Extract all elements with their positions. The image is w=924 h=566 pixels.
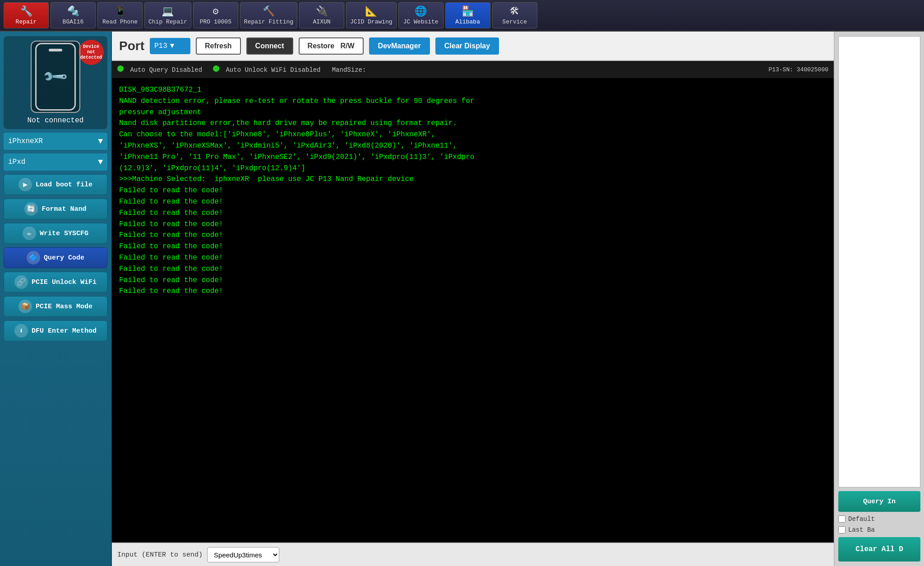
last-ba-checkbox-row: Last Ba — [838, 526, 920, 534]
terminal-line: pressure adjustment — [119, 107, 827, 118]
format-nand-button[interactable]: 🔄 Format Nand — [4, 199, 107, 219]
query-code-button[interactable]: 🔷 Query Code — [4, 247, 107, 268]
repair-button[interactable]: 🔧 Repair — [4, 2, 49, 28]
auto-query-status: Auto Query Disabled — [117, 65, 202, 74]
service-label: Service — [502, 19, 527, 25]
terminal-line: 'iPhxne11 Pro', '11 Pro Max', 'iPhxneSE2… — [119, 152, 827, 163]
pcie-mass-icon: 📦 — [18, 300, 32, 313]
write-syscfg-icon: ✏ — [23, 227, 36, 240]
query-code-label: Query Code — [44, 254, 84, 262]
read-phone-label: Read Phone — [102, 19, 138, 25]
model-select-arrow-1: ▼ — [98, 137, 103, 146]
write-syscfg-button[interactable]: ✏ Write SYSCFG — [4, 223, 107, 244]
port-value: P13 — [154, 42, 167, 50]
pcie-mass-button[interactable]: 📦 PCIE Mass Mode — [4, 296, 107, 317]
alibaba-button[interactable]: 🏪 Alibaba — [445, 2, 490, 28]
auto-unlock-status: Auto Unlock WiFi Disabled MandSize: — [213, 65, 366, 74]
model-select-2-value: iPxd — [8, 158, 25, 166]
phone-icon-area: 🔧 — [31, 41, 80, 113]
refresh-button[interactable]: Refresh — [196, 37, 241, 55]
terminal-line: Failed to read the code! — [119, 264, 827, 275]
query-in-button[interactable]: Query In — [838, 491, 920, 512]
terminal-line: Failed to read the code! — [119, 185, 827, 196]
read-phone-icon: 📱 — [114, 5, 126, 18]
terminal-line: DISK_983C98B37672_1 — [119, 84, 827, 96]
pro1000s-button[interactable]: ⚙ PRO 1000S — [193, 2, 238, 28]
connect-button[interactable]: Connect — [246, 37, 293, 55]
input-label: Input (ENTER to send) — [117, 551, 203, 559]
model-select-2[interactable]: iPxd ▼ — [4, 153, 107, 171]
repair-fitting-button[interactable]: 🔨 Repair Fitting — [240, 2, 297, 28]
pcie-unlock-icon: 🔗 — [14, 275, 28, 289]
terminal-content: DISK_983C98B37672_1NAND detection error,… — [119, 84, 827, 297]
top-toolbar: 🔧 Repair 🔩 BGAI16 📱 Read Phone 💻 Chip Re… — [0, 0, 924, 32]
device-badge-text: Devicenotdetected — [80, 44, 102, 60]
jc-website-label: JC Website — [403, 19, 439, 25]
jcid-icon: 📐 — [365, 5, 377, 18]
port-arrow-icon: ▼ — [170, 42, 175, 50]
default-checkbox-row: Default — [838, 515, 920, 523]
bga-label: BGAI16 — [63, 19, 84, 25]
bga-button[interactable]: 🔩 BGAI16 — [51, 2, 96, 28]
auto-query-dot — [117, 65, 124, 72]
load-boot-button[interactable]: ▶ Load boot file — [4, 174, 107, 195]
repair-fitting-icon: 🔨 — [263, 5, 275, 18]
terminal-line: NAND detection error, please re-test or … — [119, 96, 827, 107]
aixun-button[interactable]: 🔌 AIXUN — [299, 2, 344, 28]
port-bar: Port P13 ▼ Refresh Connect Restore R/W D… — [112, 32, 834, 61]
load-boot-label: Load boot file — [36, 181, 92, 189]
terminal-line: Failed to read the code! — [119, 219, 827, 230]
status-bar: Auto Query Disabled Auto Unlock WiFi Dis… — [112, 61, 834, 78]
repair-label: Repair — [16, 19, 37, 25]
chip-repair-button[interactable]: 💻 Chip Repair — [144, 2, 191, 28]
input-select[interactable]: SpeedUp3times Normal SlowDown — [207, 547, 279, 562]
restore-label: Restore — [308, 42, 335, 50]
alibaba-label: Alibaba — [455, 19, 480, 25]
query-code-icon: 🔷 — [27, 251, 40, 264]
terminal-line: Failed to read the code! — [119, 208, 827, 219]
phone-outline: 🔧 — [35, 43, 76, 111]
model-select-arrow-2: ▼ — [98, 158, 103, 167]
left-sidebar: Devicenotdetected 🔧 Not connected iPhxne… — [0, 32, 112, 566]
pcie-mass-label: PCIE Mass Mode — [36, 303, 92, 311]
terminal-line: Failed to read the code! — [119, 230, 827, 241]
devmanager-button[interactable]: DevManager — [369, 37, 430, 55]
dfu-enter-label: DFU Enter Method — [32, 327, 97, 335]
dfu-enter-button[interactable]: ⬇ DFU Enter Method — [4, 320, 107, 341]
terminal-line: >>>Machine Selected: iphxneXR please use… — [119, 174, 827, 185]
jcid-drawing-button[interactable]: 📐 JCID Drawing — [346, 2, 397, 28]
repair-icon: 🔧 — [20, 5, 32, 18]
clear-all-button[interactable]: Clear All D — [838, 537, 920, 561]
read-phone-button[interactable]: 📱 Read Phone — [97, 2, 143, 28]
wrench-icon: 🔧 — [42, 63, 70, 91]
service-icon: 🛠 — [510, 5, 520, 18]
device-badge: Devicenotdetected — [79, 40, 104, 65]
terminal-line: Failed to read the code! — [119, 252, 827, 264]
pro1000s-label: PRO 1000S — [200, 19, 231, 25]
terminal-line: Failed to read the code! — [119, 241, 827, 252]
write-syscfg-label: Write SYSCFG — [40, 230, 88, 237]
port-select[interactable]: P13 ▼ — [150, 38, 190, 54]
terminal[interactable]: DISK_983C98B37672_1NAND detection error,… — [112, 78, 834, 543]
default-checkbox[interactable] — [838, 515, 845, 523]
not-connected-label: Not connected — [28, 116, 84, 125]
device-panel: Devicenotdetected 🔧 Not connected — [4, 36, 107, 129]
service-button[interactable]: 🛠 Service — [492, 2, 537, 28]
port-label: Port — [119, 39, 144, 53]
terminal-line: Can choose to the model:['iPhxne8', 'iPh… — [119, 129, 827, 140]
right-panel: Query In Default Last Ba Clear All D — [834, 32, 924, 566]
chip-repair-icon: 💻 — [162, 5, 174, 18]
terminal-line: Failed to read the code! — [119, 286, 827, 297]
aixun-icon: 🔌 — [316, 5, 328, 18]
restore-button[interactable]: Restore R/W — [299, 37, 364, 55]
last-ba-checkbox[interactable] — [838, 526, 845, 534]
chip-repair-label: Chip Repair — [148, 19, 187, 25]
terminal-line: 'iPhxneXS', 'iPhxneXSMax', 'iPxdmini5', … — [119, 140, 827, 152]
bga-icon: 🔩 — [67, 5, 79, 18]
last-ba-label: Last Ba — [848, 526, 875, 534]
jc-website-button[interactable]: 🌐 JC Website — [398, 2, 444, 28]
clear-display-button[interactable]: Clear Display — [435, 37, 499, 55]
model-select-1[interactable]: iPhxneXR ▼ — [4, 133, 107, 150]
format-nand-icon: 🔄 — [24, 202, 38, 216]
pcie-unlock-button[interactable]: 🔗 PCIE Unlock WiFi — [4, 272, 107, 292]
